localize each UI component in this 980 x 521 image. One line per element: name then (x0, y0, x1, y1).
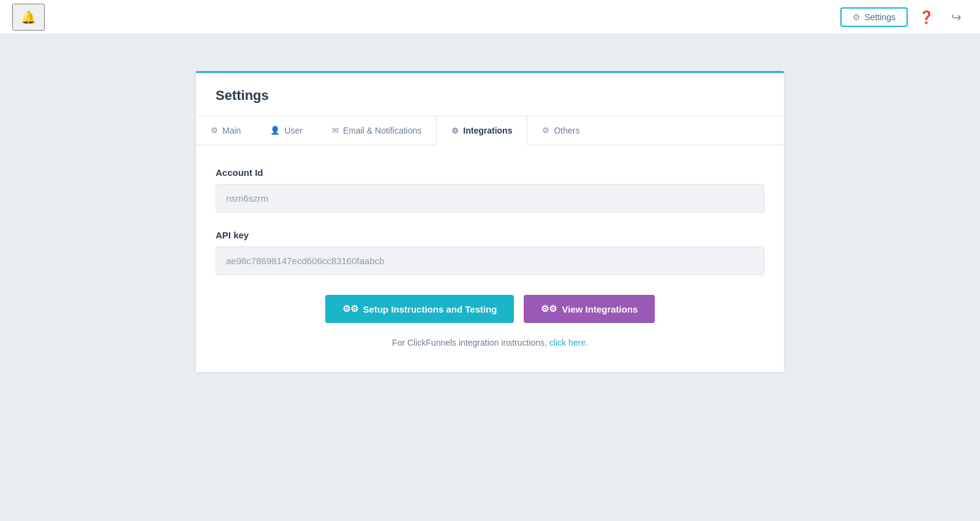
view-integrations-button[interactable]: ⚙ View Integrations (524, 295, 655, 323)
account-id-input[interactable] (216, 184, 764, 213)
footer-end: . (586, 338, 588, 348)
gear-icon-others (542, 126, 549, 135)
navbar-left: 🔔 (12, 4, 45, 31)
user-icon: 👤 (270, 126, 280, 135)
setup-button-label: Setup Instructions and Testing (363, 304, 497, 314)
bell-icon[interactable]: 🔔 (12, 4, 45, 31)
tab-user[interactable]: 👤 User (255, 116, 317, 145)
gear-icon (853, 12, 861, 22)
setup-instructions-button[interactable]: ⚙ Setup Instructions and Testing (325, 295, 514, 323)
tab-email-label: Email & Notifications (343, 126, 421, 135)
api-key-input[interactable] (216, 246, 764, 275)
logout-button[interactable]: ↪ (945, 6, 968, 28)
api-key-group: API key (216, 230, 764, 275)
account-id-label: Account Id (216, 167, 764, 178)
footer-text: For ClickFunnels integration instruction… (392, 338, 549, 348)
gears-icon (451, 126, 459, 135)
gears-icon-view: ⚙ (541, 303, 557, 314)
settings-card: Settings Main 👤 User ✉ Email & Notificat… (196, 71, 784, 372)
tab-email-notifications[interactable]: ✉ Email & Notifications (317, 116, 436, 145)
tab-integrations-label: Integrations (463, 126, 512, 135)
navbar: 🔔 Settings ❓ ↪ (0, 0, 980, 34)
tab-others-label: Others (554, 126, 579, 135)
settings-button[interactable]: Settings (840, 7, 908, 27)
tab-main-label: Main (222, 126, 241, 135)
api-key-label: API key (216, 230, 764, 240)
help-button[interactable]: ❓ (913, 6, 940, 28)
clickfunnels-link[interactable]: click here (549, 338, 586, 348)
main-content: Settings Main 👤 User ✉ Email & Notificat… (0, 34, 980, 409)
page-title: Settings (196, 73, 784, 116)
account-id-group: Account Id (216, 167, 764, 213)
tab-integrations[interactable]: Integrations (436, 116, 527, 145)
tabs-bar: Main 👤 User ✉ Email & Notifications Inte… (196, 116, 784, 145)
gear-icon (211, 126, 218, 135)
view-button-label: View Integrations (562, 304, 638, 314)
navbar-right: Settings ❓ ↪ (840, 6, 968, 28)
settings-button-label: Settings (864, 12, 895, 22)
action-buttons: ⚙ Setup Instructions and Testing ⚙ View … (216, 295, 764, 323)
tab-main[interactable]: Main (196, 116, 255, 145)
tab-user-label: User (284, 126, 303, 135)
form-content: Account Id API key ⚙ Setup Instructions … (196, 145, 784, 372)
tab-others[interactable]: Others (527, 116, 594, 145)
envelope-icon: ✉ (332, 126, 339, 135)
gears-icon-setup: ⚙ (342, 303, 358, 314)
footer-note: For ClickFunnels integration instruction… (216, 338, 764, 348)
